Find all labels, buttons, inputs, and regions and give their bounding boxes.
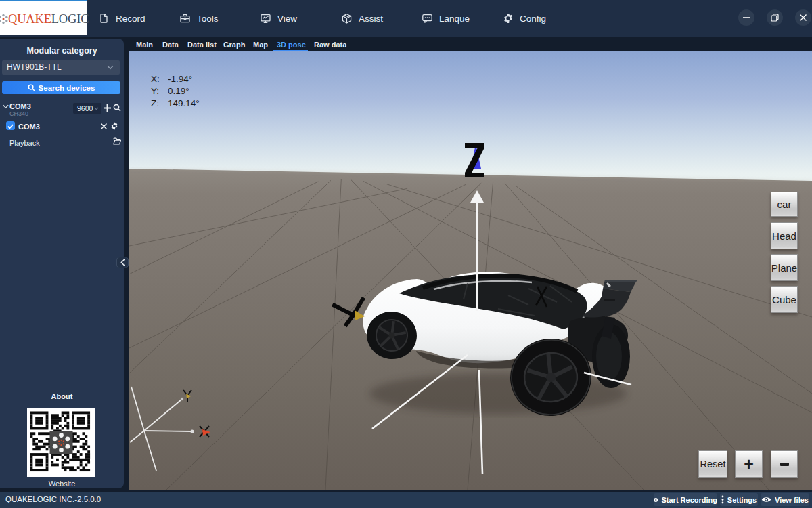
svg-text:149.14°: 149.14° [168, 98, 200, 108]
svg-text:0.19°: 0.19° [168, 86, 189, 96]
svg-text:X:: X: [151, 74, 160, 84]
svg-text:-1.94°: -1.94° [168, 74, 192, 84]
svg-text:Z:: Z: [151, 98, 159, 108]
svg-text:Y:: Y: [151, 86, 159, 96]
